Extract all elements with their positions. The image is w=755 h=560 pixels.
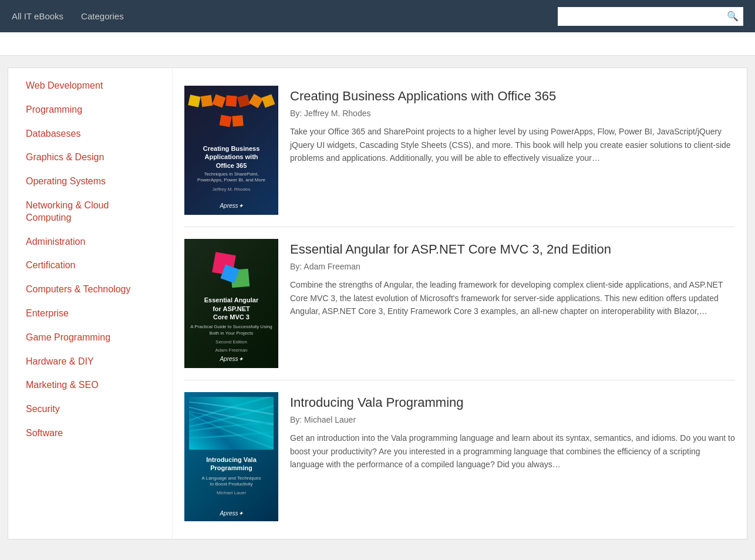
sidebar-item-enterprise[interactable]: Enterprise (26, 308, 154, 320)
book-list: Creating BusinessApplications withOffice… (173, 68, 747, 539)
sidebar-item-databases[interactable]: Databaseses (26, 128, 154, 140)
sidebar-item-computers-technology[interactable]: Computers & Technology (26, 284, 154, 296)
book-item: Introducing ValaProgramming A Language a… (184, 380, 735, 533)
book-author: By: Michael Lauer (290, 415, 735, 424)
search-button[interactable]: 🔍 (722, 7, 743, 26)
main-container: Web Development Programming Databaseses … (8, 68, 747, 539)
book-item: Essential Angularfor ASP.NETCore MVC 3 A… (184, 227, 735, 380)
sidebar-item-software[interactable]: Software (26, 427, 154, 440)
search-icon: 🔍 (727, 11, 739, 22)
search-container: 🔍 (558, 7, 743, 26)
book-title[interactable]: Introducing Vala Programming (290, 395, 735, 410)
book-item: Creating BusinessApplications withOffice… (184, 74, 735, 227)
search-input[interactable] (558, 7, 722, 26)
book-description: Combine the strengths of Angular, the le… (290, 278, 735, 318)
sidebar-item-certification[interactable]: Certification (26, 259, 154, 272)
sidebar-item-programming[interactable]: Programming (26, 104, 154, 116)
top-bar (0, 32, 755, 56)
book-info: Creating Business Applications with Offi… (290, 86, 735, 215)
sidebar-item-security[interactable]: Security (26, 403, 154, 416)
book-info: Introducing Vala Programming By: Michael… (290, 392, 735, 521)
sidebar-item-administration[interactable]: Administration (26, 236, 154, 248)
main-nav: All IT eBooks Categories (12, 11, 558, 21)
book-title[interactable]: Creating Business Applications with Offi… (290, 89, 735, 104)
book-description: Get an introduction into the Vala progra… (290, 431, 735, 471)
categories-link[interactable]: Categories (81, 11, 124, 21)
book-cover[interactable]: Essential Angularfor ASP.NETCore MVC 3 A… (184, 239, 278, 368)
book-cover[interactable]: Creating BusinessApplications withOffice… (184, 86, 278, 215)
sidebar-item-operating-systems[interactable]: Operating Systems (26, 176, 154, 188)
book-cover[interactable]: Introducing ValaProgramming A Language a… (184, 392, 278, 521)
sidebar-item-marketing-seo[interactable]: Marketing & SEO (26, 379, 154, 392)
sidebar-item-networking-cloud[interactable]: Networking & Cloud Computing (26, 200, 154, 224)
site-title-link[interactable]: All IT eBooks (12, 11, 63, 21)
book-author: By: Jeffrey M. Rhodes (290, 109, 735, 118)
sidebar-item-game-programming[interactable]: Game Programming (26, 332, 154, 344)
sidebar-item-web-development[interactable]: Web Development (26, 80, 154, 92)
sidebar-item-graphics-design[interactable]: Graphics & Design (26, 151, 154, 164)
book-author: By: Adam Freeman (290, 262, 735, 271)
site-header: All IT eBooks Categories 🔍 (0, 0, 755, 32)
book-title[interactable]: Essential Angular for ASP.NET Core MVC 3… (290, 242, 735, 257)
book-info: Essential Angular for ASP.NET Core MVC 3… (290, 239, 735, 368)
book-description: Take your Office 365 and SharePoint proj… (290, 125, 735, 164)
sidebar: Web Development Programming Databaseses … (8, 68, 173, 539)
sidebar-item-hardware-diy[interactable]: Hardware & DIY (26, 356, 154, 368)
